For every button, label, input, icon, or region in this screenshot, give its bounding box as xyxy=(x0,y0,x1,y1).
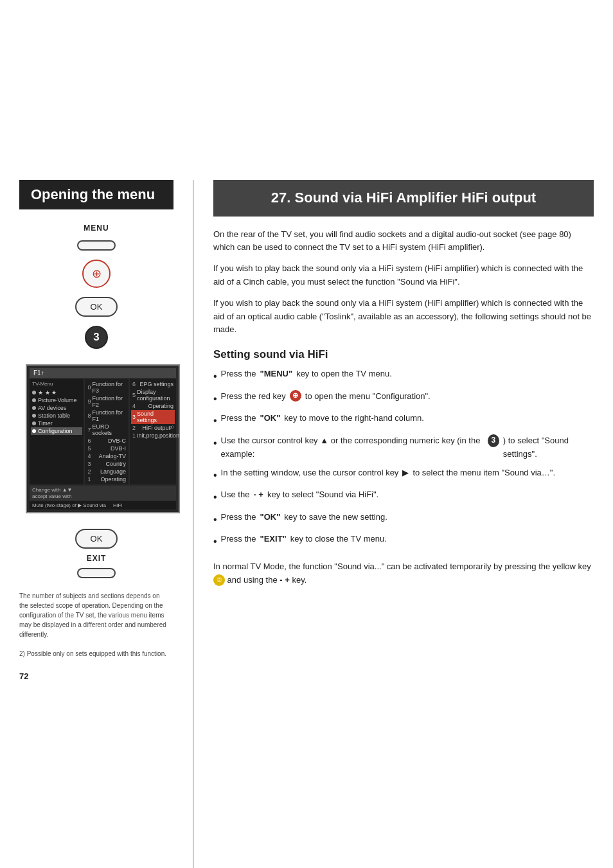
bullet-item-4: Use the cursor control key ▲ or the corr… xyxy=(213,434,594,461)
menu-key[interactable] xyxy=(77,240,116,251)
bullet-item-6: Use the - + key to select "Sound via HiF… xyxy=(213,488,594,506)
tv-menu-bottom-bar: Mute (two-stage) of ▶ Sound via HiFi xyxy=(30,501,176,509)
footer-accept: accept value with xyxy=(32,493,71,499)
footer-row-2: accept value with xyxy=(32,493,173,499)
left-item-dot-0 xyxy=(32,391,36,394)
ok-exit-section: OK EXIT xyxy=(19,529,173,578)
tv-menu-left-item-3: Station table xyxy=(31,412,82,420)
tv-menu-body: TV-Menu ★ ★ ★ Picture·Volume AV devices xyxy=(30,379,176,484)
center-item-8: 2Language xyxy=(86,468,127,475)
body-para-3: If you wish to play back the sound only … xyxy=(213,297,594,337)
left-item-label-3: Station table xyxy=(38,412,70,419)
tv-menu-left-item-5: Configuration xyxy=(31,427,82,435)
tv-menu-right-panel: 6EPG settings 5Display configuration 4Op… xyxy=(130,379,176,484)
center-item-0: 0Function for F3 xyxy=(86,380,127,394)
right-column: 27. Sound via HiFi Amplifier HiFi output… xyxy=(200,180,613,868)
footer-row-1: Change with ▲▼ xyxy=(32,487,173,493)
red-key[interactable]: ⊕ xyxy=(82,260,111,288)
tv-menu-center-panel: 0Function for F3 9Function for F2 8Funct… xyxy=(85,379,129,484)
page-container: Opening the menu MENU ⊕ OK 3 F1↑ xyxy=(0,0,613,868)
ok-key[interactable]: OK xyxy=(75,297,118,317)
right-item-0: 6EPG settings xyxy=(131,380,175,388)
yellow-key-icon: ② xyxy=(213,574,225,586)
tv-menu-header: F1↑ xyxy=(30,368,176,378)
left-item-dot-1 xyxy=(32,398,36,402)
red-key-ref: ⊕ xyxy=(290,390,301,402)
center-item-9: 1Operating xyxy=(86,475,127,483)
left-column: Opening the menu MENU ⊕ OK 3 F1↑ xyxy=(0,180,186,868)
closing-paragraph: In normal TV Mode, the function "Sound v… xyxy=(213,560,594,587)
bullet-list: Press the "MENU" key to open the TV menu… xyxy=(213,368,594,550)
left-item-label-1: Picture·Volume xyxy=(38,397,77,403)
left-item-label-5: Configuration xyxy=(38,428,73,434)
right-item-5: 1Init.prog.position xyxy=(131,432,175,439)
ok-key-ref-2: "OK" xyxy=(260,511,281,524)
center-item-2: 8Function for F1 xyxy=(86,409,127,423)
exit-key[interactable] xyxy=(77,568,116,578)
left-item-dot-2 xyxy=(32,406,36,410)
footer-change: Change with ▲▼ xyxy=(32,487,73,493)
center-item-3: 7EURO sockets xyxy=(86,423,127,437)
left-item-dot-5 xyxy=(32,429,36,433)
menu-key-diagram: MENU xyxy=(19,224,173,251)
tv-menu-left-item-0: ★ ★ ★ xyxy=(31,389,82,396)
right-item-4: 2HiFi output²⁾ xyxy=(131,424,175,432)
bottom-bar-text: Mute (two-stage) of ▶ Sound via HiFi xyxy=(32,502,122,508)
body-para-1: On the rear of the TV set, you will find… xyxy=(213,228,594,255)
body-para-2: If you wish to play back the sound only … xyxy=(213,262,594,289)
tv-menu-left-item-4: Timer xyxy=(31,420,82,427)
page-number: 72 xyxy=(19,671,28,681)
tv-menu-left-panel: TV-Menu ★ ★ ★ Picture·Volume AV devices xyxy=(30,379,84,484)
minus-plus-ref-2: - + xyxy=(280,575,290,585)
left-item-label-4: Timer xyxy=(38,420,53,427)
bullet-item-3: Press the "OK" key to move to the right-… xyxy=(213,412,594,429)
footnotes: The number of subjects and sections depe… xyxy=(19,591,173,659)
ok-key-ref: "OK" xyxy=(260,412,281,425)
center-item-1: 9Function for F2 xyxy=(86,394,127,409)
center-item-7: 3Country xyxy=(86,460,127,468)
right-item-2: 4Operating xyxy=(131,402,175,410)
bullet-item-8: Press the "EXIT" key to close the TV men… xyxy=(213,533,594,550)
ok-key-bottom[interactable]: OK xyxy=(75,529,118,549)
right-item-1: 5Display configuration xyxy=(131,388,175,402)
footnote-1: The number of subjects and sections depe… xyxy=(19,591,170,639)
setting-section-title: Setting sound via HiFi xyxy=(213,348,594,361)
footnote-2: 2) Possible only on sets equipped with t… xyxy=(19,649,170,659)
bullet-item-7: Press the "OK" key to save the new setti… xyxy=(213,511,594,528)
arrow-right-ref: ▶ xyxy=(402,466,409,480)
exit-label: EXIT xyxy=(87,554,107,563)
exit-key-ref: "EXIT" xyxy=(260,533,287,546)
bullet-item-1: Press the "MENU" key to open the TV menu… xyxy=(213,368,594,385)
num3-ref: 3 xyxy=(488,434,499,447)
tv-menu-left-title: TV-Menu xyxy=(31,380,82,387)
num3-key-diagram: 3 xyxy=(19,326,173,349)
tv-menu-footer: Change with ▲▼ accept value with xyxy=(30,486,176,500)
section-title: Opening the menu xyxy=(19,180,173,209)
tv-menu-left-item-2: AV devices xyxy=(31,404,82,412)
minus-plus-ref: - + xyxy=(253,488,263,502)
left-item-label-0: ★ ★ ★ xyxy=(38,389,57,396)
center-item-6: 4Analog-TV xyxy=(86,452,127,460)
column-divider xyxy=(193,180,194,868)
red-key-symbol: ⊕ xyxy=(92,267,102,281)
right-item-3: 3Sound settings xyxy=(131,410,175,424)
chapter-title: 27. Sound via HiFi Amplifier HiFi output xyxy=(213,180,594,217)
left-item-label-2: AV devices xyxy=(38,405,66,411)
menu-key-label: MENU xyxy=(84,224,109,233)
tv-menu-screenshot: F1↑ TV-Menu ★ ★ ★ Picture·Volume xyxy=(26,364,180,513)
red-key-diagram: ⊕ xyxy=(19,260,173,288)
bullet-item-5: In the setting window, use the cursor co… xyxy=(213,466,594,484)
num3-key[interactable]: 3 xyxy=(85,326,108,349)
tv-menu-left-item-1: Picture·Volume xyxy=(31,396,82,404)
ok-key-diagram: OK xyxy=(19,297,173,317)
tv-menu-header-label: F1↑ xyxy=(33,369,44,376)
left-item-dot-4 xyxy=(32,421,36,425)
bullet-item-2: Press the red key ⊕ to open the menu "Co… xyxy=(213,390,594,407)
left-item-dot-3 xyxy=(32,414,36,418)
center-item-5: 5DVB-I xyxy=(86,445,127,452)
menu-key-ref: "MENU" xyxy=(260,368,293,381)
center-item-4: 6DVB-C xyxy=(86,437,127,445)
